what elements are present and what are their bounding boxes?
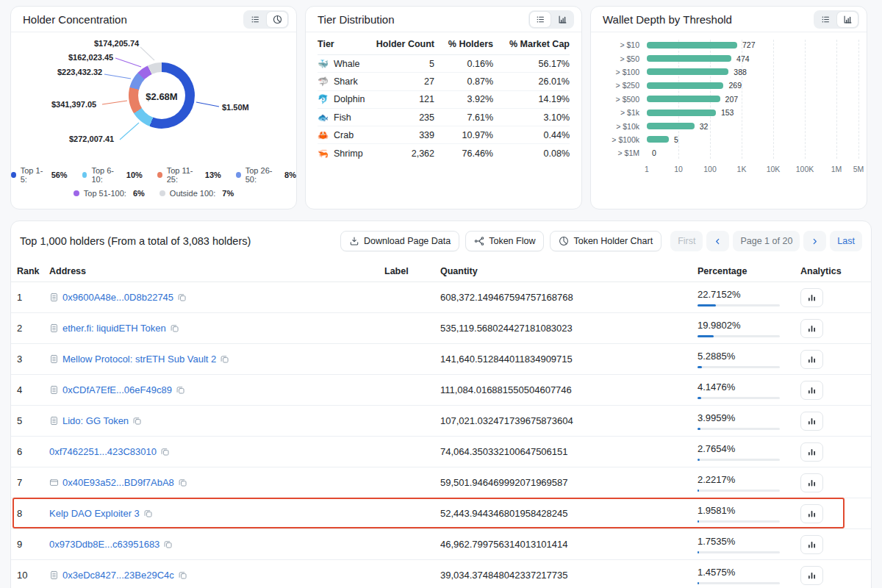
analytics-button[interactable] xyxy=(800,566,823,585)
quantity-cell: 111,084.016881550504607746 xyxy=(440,384,698,395)
percentage-bar-fill xyxy=(698,366,702,368)
address-cell: 0x9600A48e...0D8b22745 xyxy=(49,292,384,303)
percentage-cell: 2.7654% xyxy=(698,443,791,461)
legend-dot xyxy=(11,172,16,178)
copy-icon[interactable] xyxy=(178,570,187,580)
address-cell: 0xCDfA7EfE...06eF49c89 xyxy=(49,384,384,395)
legend-item: Top 26-50: 8% xyxy=(236,166,296,184)
prev-page-button[interactable] xyxy=(706,231,729,251)
x-axis-tick: 10K xyxy=(767,165,781,173)
analytics-button[interactable] xyxy=(800,319,823,338)
token-holder-chart-button[interactable]: Token Holder Chart xyxy=(550,231,662,251)
quantity-cell: 46,962.799756314013101414 xyxy=(440,539,698,550)
contract-icon xyxy=(49,293,59,302)
shark-icon: 🦈 xyxy=(318,76,330,87)
bar-chart-icon xyxy=(807,293,817,302)
address-cell: 0xf7462251...423C83010 xyxy=(49,446,384,457)
percentage-cell: 2.2217% xyxy=(698,474,791,492)
tier-label: Shrimp xyxy=(334,148,363,159)
percentage-value: 2.7654% xyxy=(698,443,791,454)
copy-icon[interactable] xyxy=(177,293,187,302)
analytics-button[interactable] xyxy=(800,412,823,431)
tier-holder-count: 339 xyxy=(370,130,434,140)
rank-cell: 10 xyxy=(17,570,49,581)
percentage-bar-fill xyxy=(698,459,700,461)
fish-icon: 🐟 xyxy=(318,112,330,123)
analytics-button[interactable] xyxy=(800,504,823,523)
percentage-value: 4.1476% xyxy=(698,381,791,392)
dolphin-icon: 🐬 xyxy=(318,94,330,104)
address-link[interactable]: ether.fi: liquidETH Token xyxy=(62,323,166,334)
rank-cell: 7 xyxy=(17,477,49,488)
legend-dot xyxy=(236,172,241,178)
analytics-button[interactable] xyxy=(800,288,823,307)
percentage-value: 1.7535% xyxy=(698,536,791,547)
analytics-button[interactable] xyxy=(800,473,823,492)
tier-name-cell: 🐳Whale xyxy=(318,59,370,69)
col-analytics: Analytics xyxy=(800,266,871,276)
bar-chart-view-toggle[interactable] xyxy=(552,12,573,27)
address-link[interactable]: Kelp DAO Exploiter 3 xyxy=(49,508,140,519)
next-page-button[interactable] xyxy=(803,231,826,251)
analytics-button[interactable] xyxy=(800,442,823,462)
legend-label: Outside 100: xyxy=(170,189,218,198)
holders-table-card: Top 1,000 holders (From a total of 3,083… xyxy=(10,220,872,588)
percentage-bar-fill xyxy=(698,490,699,492)
first-page-button[interactable]: First xyxy=(670,231,703,251)
wallet-depth-panel: Wallet Depth by Threshold > $10727> $504… xyxy=(590,6,867,209)
contract-icon xyxy=(49,323,59,333)
wallet-bar xyxy=(647,123,695,129)
address-link[interactable]: 0x973Ddb8E...c63951683 xyxy=(49,539,159,550)
address-link[interactable]: 0xf7462251...423C83010 xyxy=(49,446,157,457)
last-page-button[interactable]: Last xyxy=(830,231,862,251)
list-view-toggle[interactable] xyxy=(815,12,836,27)
table-row: 8Kelp DAO Exploiter 352,443.944346801958… xyxy=(11,498,871,529)
analytics-button[interactable] xyxy=(800,350,823,369)
x-axis-tick: 100K xyxy=(796,165,814,173)
x-axis-tick: 5M xyxy=(853,165,864,173)
rank-cell: 9 xyxy=(17,539,49,550)
address-link[interactable]: Mellow Protocol: strETH Sub Vault 2 xyxy=(62,354,216,365)
col-label: Label xyxy=(384,266,440,276)
address-link[interactable]: 0xCDfA7EfE...06eF49c89 xyxy=(62,384,172,395)
address-link[interactable]: 0x3eDc8427...23Be29C4c xyxy=(62,570,174,581)
tier-label: Shark xyxy=(334,76,358,87)
tier-pct-holders: 10.97% xyxy=(434,130,493,140)
bar-chart-view-toggle[interactable] xyxy=(837,12,858,27)
download-page-data-button[interactable]: Download Page Data xyxy=(340,231,459,251)
analytics-button[interactable] xyxy=(800,381,823,400)
tier-pct-market-cap: 26.01% xyxy=(493,76,570,87)
threshold-label: > $10 xyxy=(598,40,639,49)
tier-pct-holders: 0.87% xyxy=(434,76,493,87)
copy-icon[interactable] xyxy=(160,447,170,456)
table-row: 100x3eDc8427...23Be29C4c39,034.374848042… xyxy=(11,560,871,588)
percentage-bar-fill xyxy=(698,582,699,584)
copy-icon[interactable] xyxy=(220,354,229,364)
list-view-toggle[interactable] xyxy=(245,12,265,27)
address-link[interactable]: Lido: GG Token xyxy=(62,415,129,426)
copy-icon[interactable] xyxy=(176,385,185,395)
x-axis-tick: 10 xyxy=(674,165,683,173)
list-view-toggle[interactable] xyxy=(530,12,551,27)
percentage-cell: 1.7535% xyxy=(698,536,791,553)
legend-item: Top 51-100: 6% xyxy=(74,189,145,198)
wallet-chart-row: > $500207 xyxy=(598,93,858,106)
copy-icon[interactable] xyxy=(178,478,187,487)
quantity-cell: 59,501.946469992071969587 xyxy=(440,477,698,488)
wallet-bar xyxy=(647,82,723,89)
copy-icon[interactable] xyxy=(163,539,173,549)
address-link[interactable]: 0x9600A48e...0D8b22745 xyxy=(62,292,173,303)
tier-row: 🦀Crab33910.97%0.44% xyxy=(318,126,570,144)
copy-icon[interactable] xyxy=(132,416,142,426)
table-row: 60xf7462251...423C8301074,064.3503321006… xyxy=(11,437,871,467)
threshold-label: > $500 xyxy=(598,95,639,104)
copy-icon[interactable] xyxy=(170,323,179,333)
copy-icon[interactable] xyxy=(143,509,153,518)
token-flow-button[interactable]: Token Flow xyxy=(465,231,544,251)
rank-cell: 3 xyxy=(17,354,49,365)
address-link[interactable]: 0x40E93a52...BD9f7AbA8 xyxy=(62,477,174,488)
percentage-value: 1.9581% xyxy=(698,505,791,516)
analytics-button[interactable] xyxy=(800,535,823,554)
rank-cell: 1 xyxy=(17,292,49,303)
pie-view-toggle[interactable] xyxy=(267,12,287,27)
